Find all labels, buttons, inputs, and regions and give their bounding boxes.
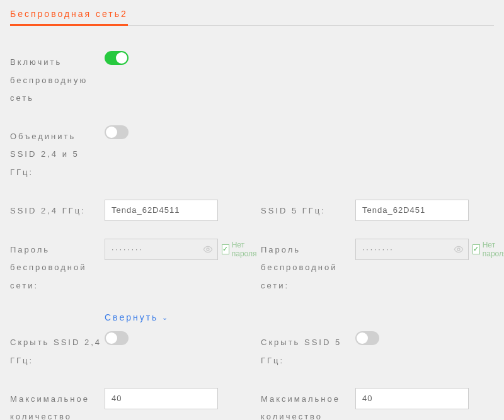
row-collapse: Свернуть ⌄: [10, 312, 494, 322]
wireless-form: Включить беспроводную сеть Объединить SS…: [10, 26, 494, 420]
row-ssid: SSID 2,4 ГГц: SSID 5 ГГц:: [10, 200, 494, 221]
row-unify: Объединить SSID 2,4 и 5 ГГц:: [10, 125, 494, 182]
chevron-down-icon: ⌄: [162, 314, 169, 322]
nopass5-checkbox[interactable]: ✓ Нет пароля: [472, 241, 504, 258]
eye-icon[interactable]: [203, 244, 213, 254]
eye-icon[interactable]: [454, 244, 464, 254]
pw24-label: Пароль беспроводной сети:: [10, 239, 105, 295]
check-icon: ✓: [472, 244, 480, 254]
hide5-label: Скрыть SSID 5 ГГц:: [261, 331, 355, 370]
collapse-button[interactable]: Свернуть ⌄: [105, 312, 169, 322]
row-hide: Скрыть SSID 2,4 ГГц: Скрыть SSID 5 ГГц:: [10, 331, 494, 370]
ssid5-input[interactable]: [355, 200, 469, 221]
tab-wireless2[interactable]: Беспроводная сеть2: [10, 9, 128, 26]
enable-label: Включить беспроводную сеть: [10, 51, 105, 108]
max24-label: Максимальное количество клиентов для 2,4…: [10, 388, 105, 420]
row-password: Пароль беспроводной сети: ✓ Нет пароля П…: [10, 239, 494, 295]
pw5-label: Пароль беспроводной сети:: [261, 239, 355, 295]
tab-bar: Беспроводная сеть2: [10, 0, 494, 26]
unify-label: Объединить SSID 2,4 и 5 ГГц:: [10, 125, 105, 182]
hide24-label: Скрыть SSID 2,4 ГГц:: [10, 331, 105, 370]
enable-toggle[interactable]: [105, 51, 129, 65]
nopass24-label: Нет пароля: [232, 241, 260, 258]
max5-label: Максимальное количество клиентов до 5 ГГ…: [261, 388, 355, 420]
hide24-toggle[interactable]: [105, 331, 129, 345]
max24-input[interactable]: [105, 388, 218, 409]
pw5-input[interactable]: [355, 239, 469, 260]
row-max-clients: Максимальное количество клиентов для 2,4…: [10, 388, 494, 420]
nopass5-label: Нет пароля: [483, 241, 504, 258]
hide5-toggle[interactable]: [355, 331, 379, 345]
collapse-label: Свернуть: [105, 312, 158, 322]
unify-toggle[interactable]: [105, 125, 129, 139]
check-icon: ✓: [222, 244, 229, 254]
ssid24-input[interactable]: [105, 200, 218, 221]
max5-input[interactable]: [355, 388, 469, 409]
svg-point-0: [207, 248, 209, 251]
pw24-input[interactable]: [105, 239, 218, 260]
ssid5-label: SSID 5 ГГц:: [261, 200, 355, 220]
ssid24-label: SSID 2,4 ГГц:: [10, 200, 105, 220]
nopass24-checkbox[interactable]: ✓ Нет пароля: [222, 241, 260, 258]
svg-point-1: [457, 248, 460, 251]
row-enable: Включить беспроводную сеть: [10, 51, 494, 108]
